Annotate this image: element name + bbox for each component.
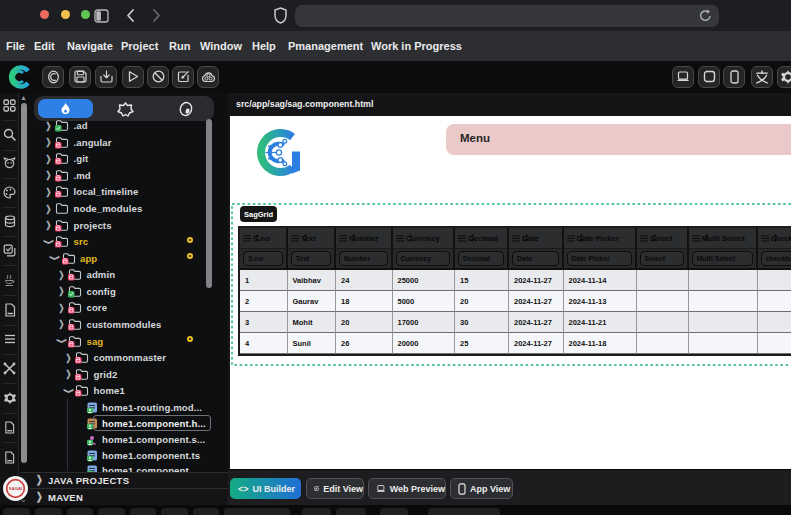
svg-text:SAGAI: SAGAI <box>9 486 22 491</box>
